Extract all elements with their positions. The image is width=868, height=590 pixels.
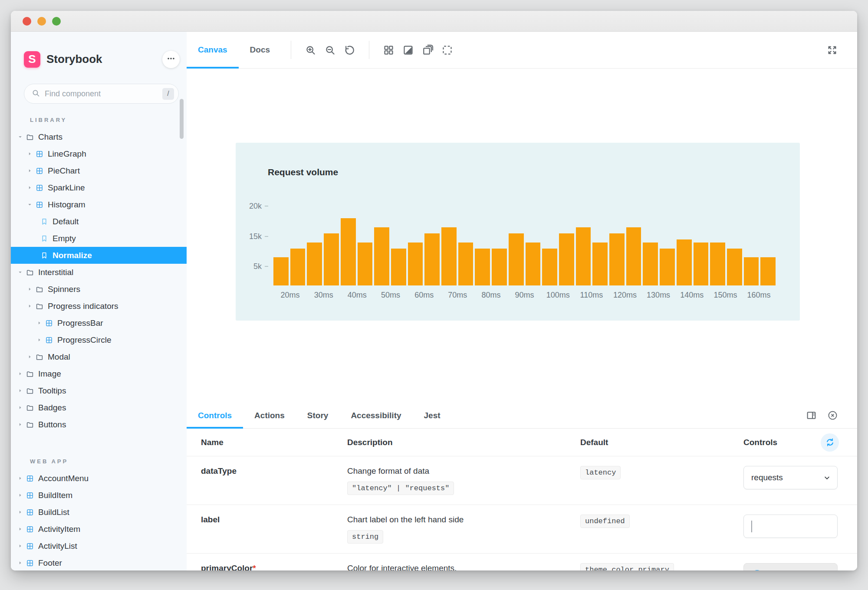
zoom-in-icon[interactable]	[305, 44, 316, 56]
sidebar-item-charts[interactable]: Charts	[11, 128, 187, 145]
arg-default-chip: undefined	[580, 515, 630, 528]
sidebar-item-normalize[interactable]: Normalize	[11, 247, 187, 264]
search-input[interactable]: Find component /	[24, 84, 179, 104]
tab-canvas[interactable]: Canvas	[187, 32, 239, 68]
sidebar-item-label: AccountMenu	[38, 474, 89, 483]
sidebar-item-buildlist[interactable]: BuildList	[11, 504, 187, 521]
control-select-datatype[interactable]: requests	[743, 466, 838, 489]
chevron-right-icon	[27, 287, 33, 292]
arg-name: primaryColor*	[201, 563, 347, 570]
histogram-bar	[509, 233, 524, 285]
arg-default-chip: latency	[580, 466, 621, 479]
toolbar-divider	[291, 41, 291, 59]
histogram-bar	[441, 227, 457, 285]
sidebar-item-modal[interactable]: Modal	[11, 348, 187, 365]
sidebar-item-label: Progress indicators	[48, 302, 118, 311]
panel-layout-icon[interactable]	[806, 410, 817, 421]
chevron-down-icon	[18, 270, 23, 275]
sidebar-item-piechart[interactable]: PieChart	[11, 162, 187, 179]
histogram-bar	[324, 233, 339, 285]
chevron-right-icon	[18, 560, 23, 565]
sidebar-item-tooltips[interactable]: Tooltips	[11, 382, 187, 399]
sidebar-item-progressbar[interactable]: ProgressBar	[11, 315, 187, 331]
component-icon	[26, 525, 34, 533]
x-axis-label: 80ms	[474, 291, 508, 300]
arg-default: theme.color.primary	[580, 563, 743, 570]
histogram-bar	[475, 249, 490, 285]
histogram-bar	[609, 233, 625, 285]
tab-docs[interactable]: Docs	[239, 32, 281, 68]
sidebar-item-badges[interactable]: Badges	[11, 399, 187, 416]
component-icon	[36, 201, 43, 209]
sidebar-item-builditem[interactable]: BuildItem	[11, 487, 187, 504]
controls-table-body: dataTypeChange format of data"latency" |…	[187, 456, 857, 570]
chevron-right-icon	[18, 388, 23, 393]
histogram-bar	[592, 243, 608, 285]
histogram-bar	[424, 233, 440, 285]
close-window-button[interactable]	[23, 17, 31, 26]
sidebar-item-linegraph[interactable]: LineGraph	[11, 145, 187, 162]
sidebar-item-label: BuildList	[38, 508, 69, 517]
expand-icon[interactable]	[826, 44, 838, 56]
panel-tab-story[interactable]: Story	[296, 403, 340, 428]
sidebar-item-interstitial[interactable]: Interstitial	[11, 264, 187, 281]
histogram-bar	[710, 243, 725, 285]
outline-icon[interactable]	[422, 44, 434, 56]
sidebar-item-label: Empty	[53, 234, 76, 243]
panel-tab-controls[interactable]: Controls	[187, 403, 243, 428]
zoom-tool-group	[301, 44, 359, 56]
x-axis-label: 110ms	[575, 291, 608, 300]
sidebar-item-activityitem[interactable]: ActivityItem	[11, 521, 187, 538]
sidebar-item-empty[interactable]: Empty	[11, 230, 187, 247]
control-text-input-label[interactable]	[743, 515, 838, 538]
zoom-reset-icon[interactable]	[344, 44, 355, 56]
column-header-name: Name	[201, 438, 347, 447]
minimize-window-button[interactable]	[37, 17, 46, 26]
panel-tab-jest[interactable]: Jest	[413, 403, 452, 428]
view-tool-group	[379, 44, 457, 56]
sidebar-item-activitylist[interactable]: ActivityList	[11, 538, 187, 554]
x-axis-label: 60ms	[408, 291, 441, 300]
sidebar-item-buttons[interactable]: Buttons	[11, 416, 187, 433]
folder-icon	[36, 353, 43, 361]
panel-tab-accessibility[interactable]: Accessibility	[339, 403, 412, 428]
control-color-primarycolor[interactable]: #1EA7FD	[743, 563, 838, 570]
panel-tab-actions[interactable]: Actions	[243, 403, 296, 428]
measure-icon[interactable]	[441, 44, 453, 56]
arg-description-text: Change format of data	[347, 466, 580, 476]
sidebar-item-label: Badges	[38, 403, 66, 413]
sidebar-item-accountmenu[interactable]: AccountMenu	[11, 470, 187, 487]
arg-description-text: Chart label on the left hand side	[347, 515, 580, 525]
sidebar-item-spinners[interactable]: Spinners	[11, 281, 187, 298]
sync-icon	[825, 437, 835, 447]
column-header-default: Default	[580, 438, 743, 447]
controls-row-datatype: dataTypeChange format of data"latency" |…	[187, 456, 857, 505]
traffic-lights	[23, 17, 61, 26]
sidebar-item-sparkline[interactable]: SparkLine	[11, 179, 187, 196]
zoom-out-icon[interactable]	[324, 44, 336, 56]
histogram-bar	[694, 243, 709, 285]
sidebar-item-image[interactable]: Image	[11, 365, 187, 382]
sidebar-item-progresscircle[interactable]: ProgressCircle	[11, 331, 187, 348]
story-preview: Request volume 20ms30ms40ms50ms60ms70ms8…	[187, 69, 857, 403]
histogram-bar	[358, 243, 373, 285]
ellipsis-icon	[166, 54, 176, 65]
zoom-window-button[interactable]	[52, 17, 61, 26]
main-area: CanvasDocs Request volume 20ms30ms40ms50…	[187, 32, 857, 570]
sidebar-item-default[interactable]: Default	[11, 213, 187, 230]
reset-controls-button[interactable]	[821, 433, 839, 452]
sidebar-item-progress-indicators[interactable]: Progress indicators	[11, 298, 187, 315]
background-icon[interactable]	[402, 44, 414, 56]
sidebar-scrollbar[interactable]	[180, 99, 184, 139]
y-axis-label: 15k	[236, 232, 262, 241]
grid-icon[interactable]	[383, 44, 395, 56]
chevron-right-icon	[18, 527, 23, 531]
x-axis-label: 150ms	[709, 291, 742, 300]
sidebar-menu-button[interactable]	[162, 51, 180, 68]
close-circle-icon[interactable]	[827, 410, 838, 421]
sidebar-item-label: Normalize	[53, 251, 92, 260]
arg-default: undefined	[580, 515, 743, 528]
sidebar-item-footer[interactable]: Footer	[11, 554, 187, 570]
sidebar-item-histogram[interactable]: Histogram	[11, 196, 187, 213]
x-axis-label: 160ms	[742, 291, 776, 300]
